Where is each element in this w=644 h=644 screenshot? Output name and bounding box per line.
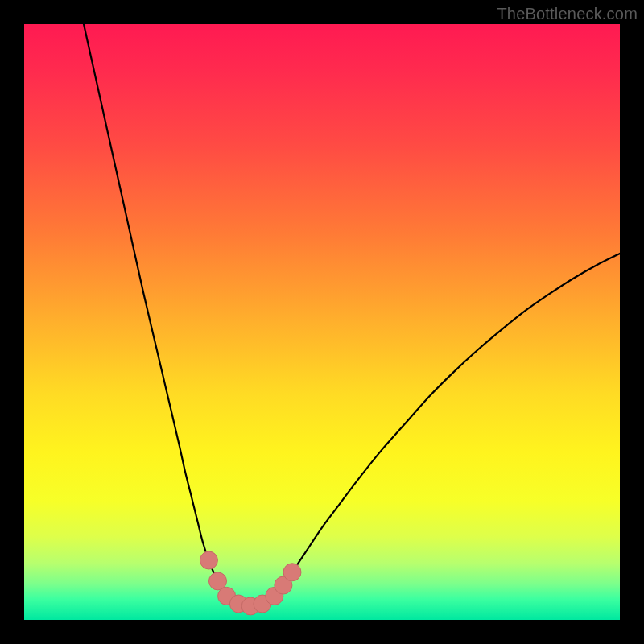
chart-frame [24, 24, 620, 620]
curve-marker [283, 564, 301, 581]
chart-background [24, 24, 620, 620]
curve-marker [200, 551, 217, 569]
bottleneck-chart [24, 24, 620, 620]
watermark-text: TheBottleneck.com [497, 5, 638, 23]
